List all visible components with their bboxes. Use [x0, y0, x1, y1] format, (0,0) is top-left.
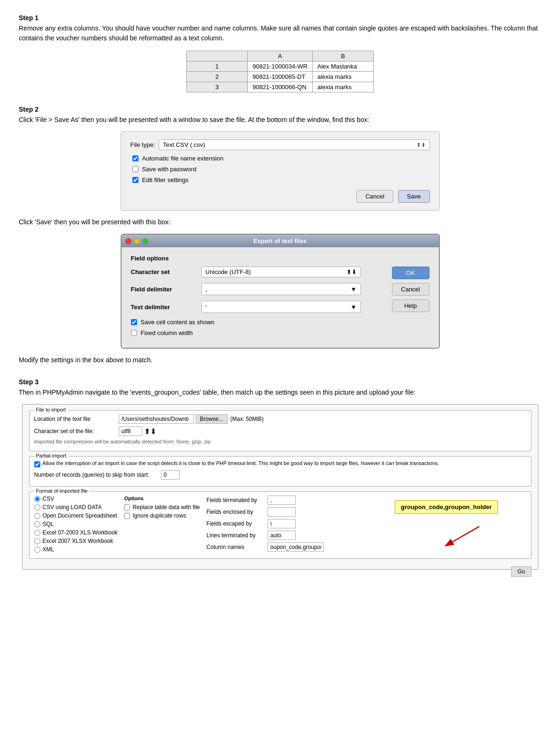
skip-input[interactable]	[161, 470, 180, 480]
options-section: Options Replace table data with file Ign…	[124, 496, 199, 555]
row-number: 2	[186, 72, 247, 82]
step3-description: Then in PHPMyAdmin navigate to the 'even…	[19, 388, 541, 397]
col-names-row: Column names	[207, 542, 324, 552]
replace-row[interactable]: Replace table data with file	[124, 504, 199, 511]
auto-extension-checkbox[interactable]	[132, 155, 138, 161]
edit-filter-checkbox[interactable]	[132, 177, 138, 183]
character-set-label: Character set	[131, 268, 201, 275]
fields-terminated-input[interactable]	[268, 496, 296, 505]
minimize-window-icon[interactable]	[134, 238, 140, 244]
edit-filter-label: Edit filter settings	[142, 176, 189, 183]
help-button[interactable]: Help	[392, 299, 430, 312]
save-password-checkbox[interactable]	[132, 166, 138, 172]
row-number: 3	[186, 82, 247, 92]
field-delimiter-value: ,	[206, 286, 207, 293]
tooltip-container: groupon_code,groupon_holder	[330, 496, 526, 555]
format-content: CSVCSV using LOAD DATAOpen Document Spre…	[34, 496, 526, 555]
format-radio[interactable]	[34, 547, 40, 553]
format-radio-label: Excel 2007 XLSX Workbook	[43, 538, 114, 544]
export-cancel-button[interactable]: Cancel	[392, 283, 430, 296]
export-main-row: Character set Unicode (UTF-8) ⬆⬇ Field d…	[131, 267, 430, 340]
format-radio[interactable]	[34, 538, 40, 544]
compression-text-row: Imported file compression will be automa…	[34, 439, 526, 444]
character-set-arrow-icon: ⬆⬇	[346, 268, 357, 275]
file-location-input[interactable]	[119, 414, 194, 424]
field-delimiter-select[interactable]: , ▼	[201, 283, 361, 295]
ok-button[interactable]: OK	[392, 267, 430, 279]
save-button[interactable]: Save	[398, 190, 430, 203]
edit-filter-row[interactable]: Edit filter settings	[130, 176, 430, 183]
compression-text: Imported file compression will be automa…	[34, 439, 211, 444]
step1-title: Step 1	[19, 14, 541, 22]
phpmyadmin-import-box: File to import Location of the text file…	[22, 404, 538, 570]
table-row: 3 90821-1000066-QN alexia marks	[186, 82, 373, 92]
list-item[interactable]: CSV	[34, 496, 118, 502]
format-radio[interactable]	[34, 530, 40, 536]
charset-arrows-icon: ⬆⬇	[144, 427, 156, 436]
character-set-select[interactable]: Unicode (UTF-8) ⬆⬇	[201, 267, 361, 277]
ignore-checkbox[interactable]	[124, 513, 130, 519]
file-type-label: File type:	[130, 141, 155, 148]
svg-line-1	[446, 526, 479, 545]
fields-escaped-row: Fields escaped by	[207, 519, 324, 528]
fields-enclosed-row: Fields enclosed by	[207, 507, 324, 517]
step3-title: Step 3	[19, 378, 541, 386]
fixed-col-checkbox[interactable]	[131, 330, 137, 336]
list-item[interactable]: Excel 07-2003 XLS Workbook	[34, 529, 118, 536]
file-location-row: Location of the text file Browse... (Max…	[34, 414, 526, 424]
options-title: Options	[124, 496, 199, 501]
maximize-window-icon[interactable]	[142, 238, 148, 244]
auto-extension-row[interactable]: Automatic file name extension	[130, 155, 430, 162]
text-delimiter-value: '	[206, 304, 207, 311]
step1-section: Step 1 Remove any extra columns. You sho…	[19, 14, 541, 92]
go-button[interactable]: Go	[511, 566, 531, 577]
spreadsheet-header-empty	[186, 51, 247, 61]
replace-label: Replace table data with file	[132, 504, 199, 511]
text-delimiter-select[interactable]: ' ▼	[201, 301, 361, 313]
red-arrow-icon	[437, 522, 493, 550]
table-row: 2 90821-1000065-DT alexia marks	[186, 72, 373, 82]
file-type-select[interactable]: Text CSV (.csv) ⬆⬇	[159, 139, 430, 150]
list-item[interactable]: SQL	[34, 521, 118, 527]
close-window-icon[interactable]	[125, 238, 131, 244]
partial-import-checkbox[interactable]	[34, 461, 40, 467]
file-location-label: Location of the text file	[34, 416, 119, 422]
save-cell-row[interactable]: Save cell content as shown	[131, 319, 383, 326]
fields-enclosed-input[interactable]	[268, 507, 296, 517]
col-names-input[interactable]	[268, 542, 324, 552]
list-item[interactable]: Open Document Spreadsheet	[34, 512, 118, 519]
save-cell-checkbox[interactable]	[131, 319, 137, 325]
charset-input[interactable]	[119, 427, 142, 436]
browse-button[interactable]: Browse...	[196, 414, 228, 424]
spreadsheet-container: A B 1 90821-1000034-WR Alex Maslanka 2 9…	[19, 51, 541, 92]
field-delimiter-label: Field delimiter	[131, 286, 201, 293]
format-radio-label: Excel 07-2003 XLS Workbook	[43, 529, 118, 536]
cell-b: alexia marks	[313, 72, 374, 82]
format-radio-label: XML	[43, 546, 54, 553]
select-arrow-icon: ⬆⬇	[416, 142, 426, 148]
save-password-row[interactable]: Save with password	[130, 166, 430, 173]
fixed-col-row[interactable]: Fixed column width	[131, 329, 383, 336]
auto-extension-label: Automatic file name extension	[142, 155, 223, 162]
fields-escaped-label: Fields escaped by	[207, 520, 268, 527]
format-radio[interactable]	[34, 496, 40, 502]
ignore-row[interactable]: Ignore duplicate rows	[124, 512, 199, 519]
list-item[interactable]: XML	[34, 546, 118, 553]
list-item[interactable]: Excel 2007 XLSX Workbook	[34, 538, 118, 544]
format-radio[interactable]	[34, 521, 40, 527]
spreadsheet-col-b: B	[313, 51, 374, 61]
partial-import-label: Allow the interruption of an import in c…	[43, 460, 439, 466]
fields-escaped-input[interactable]	[268, 519, 296, 528]
format-radio-label: Open Document Spreadsheet	[43, 512, 117, 519]
replace-checkbox[interactable]	[124, 504, 130, 511]
fields-section: Fields terminated by Fields enclosed by …	[207, 496, 324, 555]
list-item[interactable]: CSV using LOAD DATA	[34, 504, 118, 511]
step2-description3: Modify the settings in the box above to …	[19, 355, 541, 365]
format-radio[interactable]	[34, 513, 40, 519]
lines-terminated-input[interactable]	[268, 531, 296, 540]
step2-title: Step 2	[19, 106, 541, 113]
format-radio[interactable]	[34, 504, 40, 511]
cancel-button[interactable]: Cancel	[356, 190, 393, 203]
fields-terminated-label: Fields terminated by	[207, 497, 268, 503]
partial-checkbox-row[interactable]: Allow the interruption of an import in c…	[34, 460, 526, 467]
